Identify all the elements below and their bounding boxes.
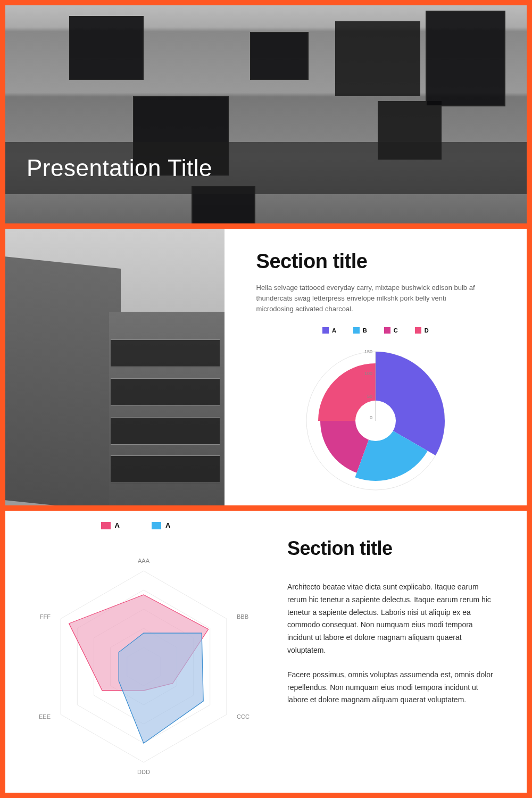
- radar-axis-label: FFF: [40, 613, 51, 620]
- axis-tick: 0: [370, 415, 372, 420]
- legend-item: C: [384, 327, 398, 334]
- section-text-column: Section title Architecto beatae vitae di…: [266, 511, 527, 793]
- slide-section-radar: A A AA: [5, 511, 527, 793]
- section-paragraph: Architecto beatae vitae dicta sunt expli…: [287, 581, 495, 657]
- radar-axis-label: EEE: [39, 713, 51, 720]
- legend-item: A: [101, 521, 120, 529]
- presentation-title: Presentation Title: [27, 155, 505, 181]
- polar-area-chart: 0 50 100 150: [290, 336, 461, 495]
- legend-item: B: [353, 327, 367, 334]
- axis-tick: 100: [364, 371, 372, 376]
- polar-legend: A B C D: [256, 327, 495, 334]
- slide-title: Presentation Title: [5, 5, 527, 223]
- legend-label: B: [363, 327, 367, 334]
- radar-legend: A A: [21, 521, 250, 529]
- legend-item: A: [152, 521, 170, 529]
- radar-chart-column: A A AA: [5, 511, 266, 793]
- presentation-grid: Presentation Title Section title Hella s…: [0, 0, 532, 798]
- section-heading: Section title: [256, 250, 495, 273]
- radar-axis-label: AAA: [138, 558, 150, 564]
- legend-label: A: [115, 521, 120, 529]
- legend-item: D: [415, 327, 429, 334]
- legend-label: D: [425, 327, 429, 334]
- radar-axis-label: CCC: [237, 713, 250, 720]
- radar-axis-label: DDD: [137, 769, 150, 775]
- section-heading: Section title: [287, 537, 495, 560]
- legend-item: A: [322, 327, 336, 334]
- legend-label: A: [332, 327, 336, 334]
- axis-tick: 150: [364, 349, 372, 354]
- title-overlay: Presentation Title: [5, 142, 527, 194]
- building-photo-2: [5, 229, 225, 505]
- slide-section-polar: Section title Hella selvage tattooed eve…: [5, 229, 527, 505]
- section-paragraph: Facere possimus, omnis voluptas assumend…: [287, 669, 495, 706]
- legend-label: C: [394, 327, 398, 334]
- radar-axis-label: BBB: [237, 613, 248, 620]
- legend-label: A: [165, 521, 170, 529]
- radar-series-blue: [119, 633, 203, 743]
- section-body: Hella selvage tattooed everyday carry, m…: [256, 282, 480, 314]
- axis-tick: 50: [367, 394, 372, 399]
- radar-chart: AAA BBB CCC DDD EEE FFF: [21, 534, 266, 784]
- section-content: Section title Hella selvage tattooed eve…: [225, 229, 527, 505]
